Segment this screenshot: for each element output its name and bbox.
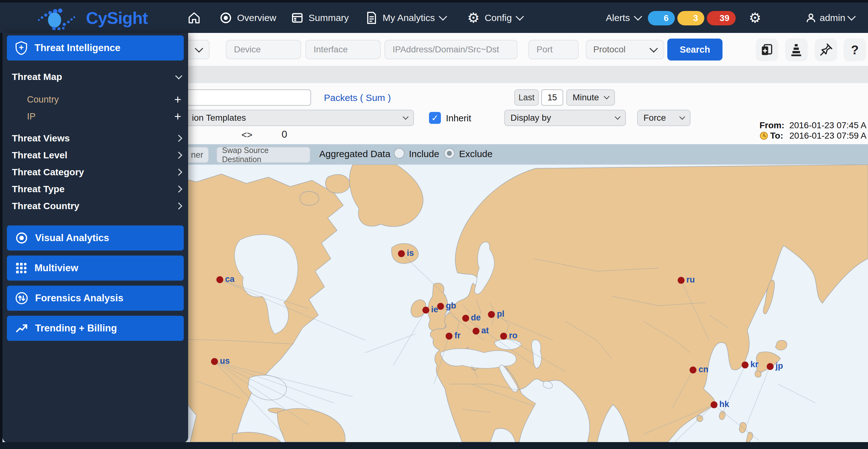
ip-domain-input[interactable] bbox=[392, 44, 510, 55]
marker-label: hk bbox=[719, 399, 730, 409]
marker-label: is bbox=[407, 248, 414, 258]
threat-dot-icon bbox=[398, 250, 405, 257]
nav-my-analytics[interactable]: My Analytics bbox=[366, 2, 446, 33]
exclude-label: Exclude bbox=[459, 149, 493, 159]
device-input[interactable] bbox=[233, 44, 293, 55]
protocol-select[interactable]: Protocol bbox=[586, 40, 664, 59]
metric-text-input[interactable] bbox=[170, 89, 311, 106]
swap-source-destination-button[interactable]: Swap Source Destination bbox=[216, 147, 310, 163]
nav-summary-label: Summary bbox=[309, 12, 349, 23]
nav-summary[interactable]: Summary bbox=[291, 2, 349, 33]
time-unit-select[interactable]: Minute bbox=[566, 89, 615, 106]
interface-field-wrap bbox=[305, 40, 381, 59]
sidebar-item-ip[interactable]: IP + bbox=[27, 109, 181, 124]
gear-icon: ⚙ bbox=[467, 11, 479, 25]
force-value: Force bbox=[644, 113, 666, 123]
chevron-down-icon bbox=[403, 114, 408, 120]
marker-label: jp bbox=[775, 361, 783, 371]
templates-select[interactable]: ion Templates bbox=[170, 110, 414, 126]
sidebar-item-label: Visual Analytics bbox=[35, 232, 109, 244]
plus-icon[interactable]: + bbox=[174, 93, 181, 106]
sidebar-section-threat-type[interactable]: Threat Type bbox=[12, 182, 181, 197]
user-name: admin bbox=[820, 12, 845, 23]
plus-icon[interactable]: + bbox=[174, 110, 181, 123]
chevron-down-icon bbox=[195, 44, 203, 53]
check-icon: ✓ bbox=[431, 113, 438, 123]
shield-icon bbox=[15, 41, 28, 55]
settings-button[interactable]: ⚙ bbox=[749, 2, 761, 33]
interface-input[interactable] bbox=[313, 44, 373, 55]
time-unit-value: Minute bbox=[572, 93, 599, 102]
chevron-right-icon bbox=[175, 186, 183, 193]
sort-levels-button[interactable] bbox=[785, 38, 808, 61]
marker-label: cn bbox=[699, 365, 708, 374]
sidebar-item-threat-intelligence[interactable]: Threat Intelligence bbox=[7, 35, 184, 61]
aggregated-data-label: Aggregated Data bbox=[319, 149, 391, 159]
home-button[interactable] bbox=[188, 2, 201, 33]
last-button[interactable]: Last bbox=[514, 89, 539, 106]
display-by-select[interactable]: Display by bbox=[504, 110, 626, 126]
compare-operator[interactable]: <> bbox=[242, 129, 252, 140]
marker-label: at bbox=[482, 326, 489, 335]
user-menu[interactable]: admin bbox=[805, 2, 855, 33]
sidebar-item-trending-billing[interactable]: Trending + Billing bbox=[7, 316, 184, 341]
nav-overview[interactable]: Overview bbox=[219, 2, 276, 33]
sidebar-section-threat-views[interactable]: Threat Views bbox=[12, 131, 181, 146]
sidebar-section-threat-map[interactable]: Threat Map bbox=[12, 69, 181, 84]
sidebar-section-threat-category[interactable]: Threat Category bbox=[12, 165, 181, 180]
search-button[interactable]: Search bbox=[667, 38, 722, 61]
sidebar-item-forensics-analysis[interactable]: Forensics Analysis bbox=[7, 286, 184, 311]
to-value: 2016-01-23 07:59 A bbox=[789, 130, 866, 141]
marker-label: de bbox=[471, 313, 481, 323]
document-icon bbox=[366, 11, 377, 25]
section-label: Threat Map bbox=[12, 71, 62, 82]
include-radio[interactable] bbox=[394, 148, 405, 159]
submenu-label: Country bbox=[27, 94, 59, 105]
marker-label: gb bbox=[446, 301, 456, 311]
question-mark-icon: ? bbox=[851, 43, 859, 57]
alerts-menu[interactable]: Alerts bbox=[606, 2, 641, 33]
section-label: Threat Category bbox=[12, 167, 84, 178]
eye-icon bbox=[15, 231, 28, 245]
inherit-label: Inherit bbox=[446, 113, 471, 124]
port-input[interactable] bbox=[536, 44, 571, 55]
help-button[interactable]: ? bbox=[843, 38, 866, 61]
alerts-badge-info[interactable]: 6 bbox=[648, 11, 675, 25]
force-select[interactable]: Force bbox=[637, 110, 690, 126]
pin-button[interactable] bbox=[815, 38, 837, 61]
user-icon bbox=[805, 12, 816, 24]
chevron-down-icon bbox=[603, 93, 609, 99]
chevron-down-icon bbox=[634, 12, 642, 21]
summary-icon bbox=[291, 11, 304, 24]
cysight-eye-icon bbox=[34, 6, 82, 30]
sidebar-section-threat-level[interactable]: Threat Level bbox=[12, 148, 181, 163]
radio-selected-dot bbox=[447, 151, 452, 156]
sidebar-item-visual-analytics[interactable]: Visual Analytics bbox=[7, 225, 184, 251]
threat-dot-icon bbox=[423, 307, 429, 314]
chevron-right-icon bbox=[175, 169, 183, 176]
sidebar-section-threat-country[interactable]: Threat Country bbox=[12, 198, 181, 214]
last-value-input[interactable]: 15 bbox=[541, 89, 563, 106]
report-button[interactable] bbox=[756, 38, 778, 61]
marker-label: ca bbox=[225, 275, 235, 284]
chevron-down-icon bbox=[615, 114, 620, 120]
from-value: 2016-01-23 07:45 A bbox=[789, 120, 866, 130]
section-label: Threat Type bbox=[12, 184, 65, 194]
clock-icon bbox=[760, 131, 768, 140]
chevron-right-icon bbox=[175, 135, 183, 142]
device-field-wrap bbox=[226, 40, 301, 59]
sidebar-item-country[interactable]: Country + bbox=[27, 92, 181, 107]
sidebar-item-label: Multiview bbox=[34, 262, 79, 274]
alerts-badge-warning[interactable]: 3 bbox=[677, 11, 704, 25]
chevron-down-icon bbox=[847, 12, 856, 21]
app-logo[interactable]: CySight bbox=[34, 6, 148, 30]
threat-dot-icon bbox=[488, 311, 495, 318]
marker-label: fr bbox=[454, 331, 461, 341]
sidebar-item-multiview[interactable]: Multiview bbox=[7, 256, 184, 281]
nav-config[interactable]: ⚙ Config bbox=[467, 2, 523, 33]
packets-sum-link[interactable]: Packets ( Sum ) bbox=[324, 93, 391, 103]
bottom-strip bbox=[0, 442, 868, 449]
exclude-radio[interactable] bbox=[444, 148, 455, 159]
alerts-badge-critical[interactable]: 39 bbox=[707, 11, 736, 25]
inherit-checkbox[interactable]: ✓ bbox=[429, 112, 441, 124]
